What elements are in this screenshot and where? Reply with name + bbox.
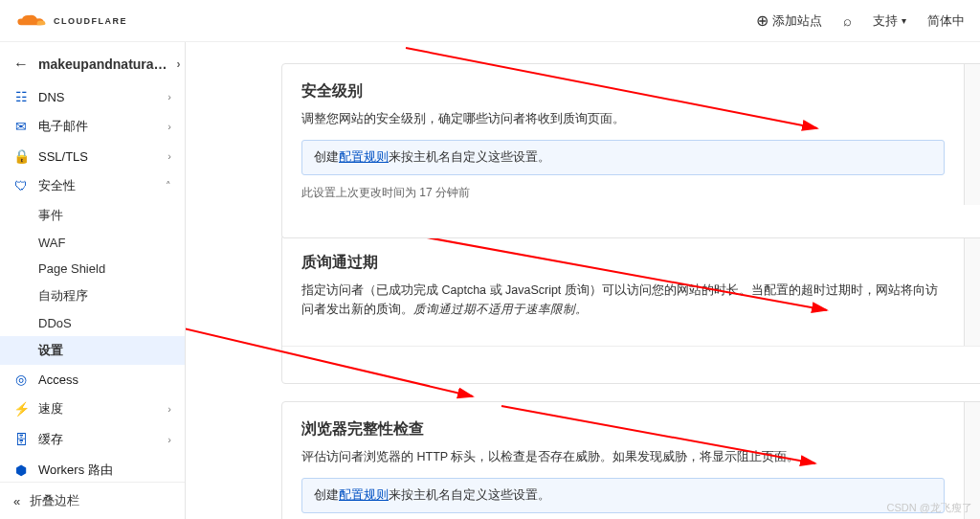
chevron-down-icon: ▾ (902, 15, 906, 26)
lock-icon: 🔒 (13, 148, 29, 164)
sidebar-item-workers[interactable]: ⬢Workers 路由 (0, 455, 185, 482)
sidebar-item-access[interactable]: ◎Access (0, 365, 185, 394)
chevron-right-icon: › (167, 403, 171, 415)
card-footer: API▶ 帮助 (282, 346, 980, 383)
chevron-right-icon: › (177, 57, 181, 71)
sidebar-sub-bots[interactable]: 自动程序 (0, 282, 185, 310)
sidebar-sub-events[interactable]: 事件 (0, 201, 185, 230)
card-desc: 调整您网站的安全级别，确定哪些访问者将收到质询页面。 (301, 109, 945, 128)
back-arrow-icon: ← (13, 56, 29, 73)
search-icon: ⌕ (843, 12, 852, 29)
support-menu[interactable]: 支持▾ (873, 12, 906, 30)
search-button[interactable]: ⌕ (843, 12, 852, 29)
config-rules-link[interactable]: 配置规则 (339, 150, 389, 164)
sidebar-item-security[interactable]: 🛡安全性˄ (0, 170, 185, 201)
shield-icon: 🛡 (13, 178, 29, 193)
sidebar-sub-ddos[interactable]: DDoS (0, 310, 185, 336)
card-title: 浏览器完整性检查 (301, 419, 945, 440)
plus-icon: ⊕ (756, 11, 768, 30)
main-content: 安全级别 调整您网站的安全级别，确定哪些访问者将收到质询页面。 创建配置规则来按… (186, 42, 980, 519)
watermark: CSDN @龙飞瘦了 (887, 501, 972, 515)
mail-icon: ✉ (13, 119, 29, 134)
sidebar-item-email[interactable]: ✉电子邮件› (0, 111, 185, 142)
workers-icon: ⬢ (13, 463, 29, 478)
chevron-right-icon: › (167, 434, 171, 445)
access-icon: ◎ (13, 372, 29, 387)
last-changed-meta: 此设置上次更改时间为 17 分钟前 (301, 185, 945, 201)
add-site-button[interactable]: ⊕添加站点 (756, 11, 822, 30)
card-browser-integrity: 浏览器完整性检查 评估访问者浏览器的 HTTP 标头，以检查是否存在威胁。如果发… (281, 401, 980, 519)
chevron-right-icon: › (167, 150, 171, 162)
card-challenge-passage: 质询通过期 指定访问者（已成功完成 Captcha 或 JavaScript 质… (281, 235, 980, 384)
chevron-right-icon: › (167, 91, 171, 102)
site-name: makeupandnatura… (38, 56, 167, 72)
sidebar-item-dns[interactable]: ☷DNS› (0, 82, 185, 111)
config-rules-hint: 创建配置规则来按主机名自定义这些设置。 (301, 140, 945, 175)
cache-icon: 🗄 (13, 432, 29, 447)
cloudflare-logo[interactable]: CLOUDFLARE (15, 12, 127, 30)
card-title: 质询通过期 (301, 253, 945, 273)
card-desc: 指定访问者（已成功完成 Captcha 或 JavaScript 质询）可以访问… (301, 281, 945, 319)
config-rules-hint: 创建配置规则来按主机名自定义这些设置。 (301, 478, 945, 513)
sidebar-sub-waf[interactable]: WAF (0, 230, 185, 256)
sidebar-sub-settings[interactable]: 设置 (0, 336, 185, 365)
collapse-icon: « (13, 494, 20, 508)
card-security-level: 安全级别 调整您网站的安全级别，确定哪些访问者将收到质询页面。 创建配置规则来按… (281, 63, 980, 217)
chevron-up-icon: ˄ (166, 180, 171, 192)
brand-text: CLOUDFLARE (54, 16, 127, 26)
sidebar-sub-pageshield[interactable]: Page Shield (0, 256, 185, 282)
cloud-icon (15, 12, 50, 30)
card-desc: 评估访问者浏览器的 HTTP 标头，以检查是否存在威胁。如果发现威胁，将显示阻止… (301, 447, 945, 466)
site-selector[interactable]: ← makeupandnatura… › (0, 42, 185, 82)
sidebar-nav: ☷DNS› ✉电子邮件› 🔒SSL/TLS› 🛡安全性˄ 事件 WAF Page… (0, 82, 185, 482)
app-header: CLOUDFLARE ⊕添加站点 ⌕ 支持▾ 简体中 (0, 0, 980, 42)
card-title: 安全级别 (301, 81, 945, 102)
sidebar: ← makeupandnatura… › ☷DNS› ✉电子邮件› 🔒SSL/T… (0, 42, 186, 519)
chevron-right-icon: › (167, 121, 171, 132)
sidebar-item-cache[interactable]: 🗄缓存› (0, 424, 185, 455)
collapse-sidebar-button[interactable]: «折叠边栏 (0, 482, 185, 519)
card-footer-security: API▶ 帮助 (281, 205, 980, 238)
config-rules-link[interactable]: 配置规则 (339, 488, 389, 502)
language-menu[interactable]: 简体中 (927, 12, 965, 30)
dns-icon: ☷ (13, 89, 29, 104)
speed-icon: ⚡ (13, 401, 29, 417)
sidebar-item-ssl[interactable]: 🔒SSL/TLS› (0, 142, 185, 170)
sidebar-item-speed[interactable]: ⚡速度› (0, 394, 185, 424)
